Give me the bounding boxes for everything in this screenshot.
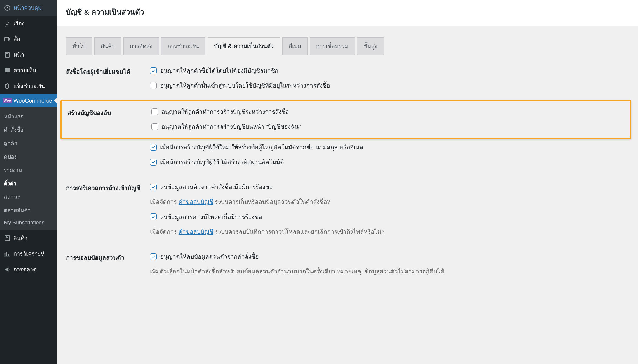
checkbox-option: เมื่อมีการสร้างบัญชีผู้ใช้ ให้สร้างรหัสผ… xyxy=(150,157,628,167)
checkbox-label: ลบข้อมูลการดาวน์โหลดเมื่อมีการร้องขอ xyxy=(160,212,262,221)
checkbox-label: ลบข้อมูลส่วนตัวจากคำสั่งซื้อเมื่อมีการร้… xyxy=(160,182,273,192)
sidebar-item-analytics[interactable]: การวิเคราะห์ xyxy=(0,246,57,262)
section-label: การขอลบข้อมูลส่วนตัว xyxy=(66,252,150,262)
submenu-item[interactable]: ลูกค้า xyxy=(0,136,57,150)
section-label: สั่งซื้อโดยผู้เข้าเยี่ยมชมได้ xyxy=(66,66,150,76)
checkbox-option: ลบข้อมูลการดาวน์โหลดเมื่อมีการร้องขอ xyxy=(150,212,628,221)
checkbox-label: อนุญาตให้ลูกค้าซื้อได้โดยไม่ต้องมีบัญชีส… xyxy=(160,66,278,75)
sidebar-item-page[interactable]: หน้า xyxy=(0,47,57,63)
checkbox-label: อนุญาตให้ลูกค้าทำการสร้างบัญชีบนหน้า "บั… xyxy=(161,122,301,131)
sidebar-item-label: หน้าควบคุม xyxy=(13,3,42,12)
section-label: การส่งรีเควสการล้างเข้าบัญชี xyxy=(66,182,150,193)
sidebar-item-label: WooCommerce xyxy=(13,98,52,104)
submenu-item[interactable]: ตั้งค่า xyxy=(0,177,57,190)
help-text: เพิ่มตัวเลือกในหน้าคำสั่งซื้อสำหรับลบข้อ… xyxy=(150,267,628,276)
help-text: เมื่อจัดการ คำขอลบบัญชี ระบบควรลบบันทึกก… xyxy=(150,227,628,237)
checkbox-label: เมื่อมีการสร้างบัญชีผู้ใช้ใหม่ ให้สร้างช… xyxy=(160,143,363,152)
tab[interactable]: การชำระเงิน xyxy=(161,37,205,55)
highlighted-options: สร้างบัญชีของฉัน อนุญาตให้ลูกค้าทำการสร้… xyxy=(60,100,631,139)
submenu-item[interactable]: รายงาน xyxy=(0,163,57,177)
admin-sidebar: หน้าควบคุมเรื่องสื่อหน้าความเห็นแจ้งชำระ… xyxy=(0,0,57,364)
checkbox[interactable] xyxy=(150,67,157,74)
woo-submenu: หน้าแรกคำสั่งซื้อลูกค้าคูปองรายงานตั้งค่… xyxy=(0,107,57,230)
section-guest-checkout: สั่งซื้อโดยผู้เข้าเยี่ยมชมได้ อนุญาตให้ล… xyxy=(66,66,628,96)
sidebar-item-clip[interactable]: แจ้งชำระเงิน xyxy=(0,78,57,94)
checkbox-option: อนุญาตให้ลูกค้าทำการสร้างบัญชีระหว่างการ… xyxy=(151,107,630,116)
pin-icon xyxy=(4,20,11,27)
dashboard-icon xyxy=(4,4,11,11)
erase-request-link[interactable]: คำขอลบบัญชี xyxy=(179,228,213,235)
tab[interactable]: การจัดส่ง xyxy=(123,37,159,55)
checkbox-option: อนุญาตให้ลูกค้าซื้อได้โดยไม่ต้องมีบัญชีส… xyxy=(150,66,628,75)
svg-rect-2 xyxy=(5,37,9,41)
submenu-item[interactable]: My Subscriptions xyxy=(0,217,57,228)
section-label: สร้างบัญชีของฉัน xyxy=(62,107,151,117)
sidebar-item-label: เรื่อง xyxy=(13,19,25,28)
checkbox[interactable] xyxy=(151,123,158,130)
analytics-icon xyxy=(4,250,11,257)
marketing-icon xyxy=(4,266,11,273)
sidebar-item-marketing[interactable]: การตลาด xyxy=(0,262,57,277)
svg-rect-4 xyxy=(5,236,10,241)
tab[interactable]: ขั้นสูง xyxy=(357,37,384,55)
tab[interactable]: ทั่วไป xyxy=(66,37,92,55)
help-text: เมื่อจัดการ คำขอลบบัญชี ระบบควรเก็บหรือล… xyxy=(150,197,628,207)
main-content: บัญชี & ความเป็นส่วนตัว ทั่วไปสินค้าการจ… xyxy=(57,0,638,364)
submenu-item[interactable]: สถานะ xyxy=(0,190,57,204)
sidebar-item-comment[interactable]: ความเห็น xyxy=(0,63,57,78)
checkbox-label: อนุญาตให้ลูกค้านั้นเข้าสู่ระบบโดยใช้บัญช… xyxy=(160,81,330,90)
sidebar-item-product[interactable]: สินค้า xyxy=(0,230,57,246)
checkbox[interactable] xyxy=(151,108,158,115)
clip-icon xyxy=(4,83,11,89)
checkbox[interactable] xyxy=(150,253,157,260)
checkbox[interactable] xyxy=(150,82,157,89)
media-icon xyxy=(4,36,11,42)
tab[interactable]: การเชื่อมรวม xyxy=(310,37,355,55)
sidebar-item-woo[interactable]: WooWooCommerce xyxy=(0,94,57,107)
sidebar-item-dashboard[interactable]: หน้าควบคุม xyxy=(0,0,57,16)
woo-icon: Woo xyxy=(4,97,11,104)
checkbox-option: เมื่อมีการสร้างบัญชีผู้ใช้ใหม่ ให้สร้างช… xyxy=(150,143,628,152)
sidebar-item-pin[interactable]: เรื่อง xyxy=(0,16,57,31)
tab[interactable]: อีเมล xyxy=(282,37,308,55)
section-account-creation: สร้างบัญชีของฉัน อนุญาตให้ลูกค้าทำการสร้… xyxy=(66,100,628,172)
checkbox[interactable] xyxy=(150,159,157,166)
sidebar-item-label: ความเห็น xyxy=(13,66,36,75)
checkbox-label: อนุญาตให้ลบข้อมูลส่วนตัวจากคำสั่งซื้อ xyxy=(160,252,259,261)
sidebar-item-label: การตลาด xyxy=(13,265,37,274)
submenu-item[interactable]: คูปอง xyxy=(0,150,57,163)
sidebar-item-label: สื่อ xyxy=(13,35,20,44)
sidebar-item-label: สินค้า xyxy=(13,234,27,243)
sidebar-item-label: หน้า xyxy=(13,50,24,59)
section-data-removal: การขอลบข้อมูลส่วนตัว อนุญาตให้ลบข้อมูลส่… xyxy=(66,252,628,282)
product-icon xyxy=(4,235,11,242)
tab[interactable]: สินค้า xyxy=(94,37,121,55)
checkbox-option: ลบข้อมูลส่วนตัวจากคำสั่งซื้อเมื่อมีการร้… xyxy=(150,182,628,192)
sidebar-item-label: การวิเคราะห์ xyxy=(13,249,44,258)
checkbox-label: อนุญาตให้ลูกค้าทำการสร้างบัญชีระหว่างการ… xyxy=(161,107,289,116)
submenu-item[interactable]: ตลาดสินค้า xyxy=(0,204,57,217)
checkbox-option: อนุญาตให้ลูกค้าทำการสร้างบัญชีบนหน้า "บั… xyxy=(151,122,630,131)
settings-tabs: ทั่วไปสินค้าการจัดส่งการชำระเงินบัญชี & … xyxy=(66,37,628,55)
submenu-item[interactable]: หน้าแรก xyxy=(0,110,57,123)
erase-request-link[interactable]: คำขอลบบัญชี xyxy=(179,198,213,205)
checkbox[interactable] xyxy=(150,184,157,190)
svg-point-1 xyxy=(7,7,8,8)
page-icon xyxy=(4,51,11,58)
comment-icon xyxy=(4,67,11,74)
page-title: บัญชี & ความเป็นส่วนตัว xyxy=(66,6,628,18)
checkbox[interactable] xyxy=(150,213,157,220)
submenu-item[interactable]: คำสั่งซื้อ xyxy=(0,123,57,136)
page-header: บัญชี & ความเป็นส่วนตัว xyxy=(57,0,638,26)
checkbox-option: อนุญาตให้ลบข้อมูลส่วนตัวจากคำสั่งซื้อ xyxy=(150,252,628,261)
section-erasure: การส่งรีเควสการล้างเข้าบัญชี ลบข้อมูลส่ว… xyxy=(66,182,628,242)
tab[interactable]: บัญชี & ความเป็นส่วนตัว xyxy=(208,37,280,55)
sidebar-item-label: แจ้งชำระเงิน xyxy=(13,82,45,91)
checkbox-option: อนุญาตให้ลูกค้านั้นเข้าสู่ระบบโดยใช้บัญช… xyxy=(150,81,628,90)
checkbox[interactable] xyxy=(150,144,157,151)
checkbox-label: เมื่อมีการสร้างบัญชีผู้ใช้ ให้สร้างรหัสผ… xyxy=(160,157,284,167)
sidebar-item-media[interactable]: สื่อ xyxy=(0,31,57,47)
